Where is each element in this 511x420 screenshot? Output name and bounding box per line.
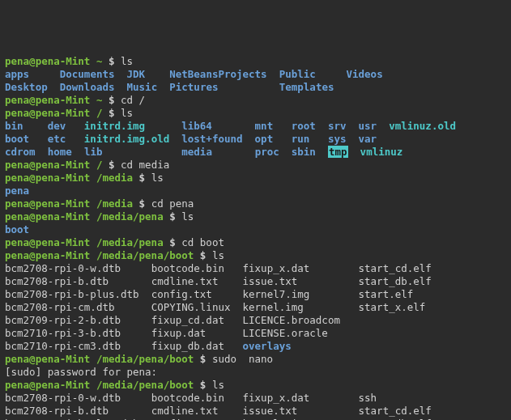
ls-entry: sbin: [292, 146, 316, 158]
terminal-line: pena@pena-Mint /media/pena/boot $ sudo n…: [5, 353, 506, 366]
ls-entry: bcm2708-rpi-cm.dtb: [5, 301, 114, 313]
ls-entry: opt: [255, 133, 274, 145]
ls-entry: cmdline.txt: [151, 405, 219, 417]
ls-entry: proc: [255, 146, 279, 158]
terminal-line: pena@pena-Mint / $ ls: [5, 107, 506, 120]
terminal-line: [sudo] password for pena:: [5, 366, 506, 379]
ls-entry: pena: [5, 185, 29, 197]
ls-entry: bcm2708-rpi-b.dtb: [5, 275, 109, 287]
command-input[interactable]: ls: [181, 210, 194, 223]
ls-entry: bcm2709-rpi-2-b.dtb: [5, 314, 121, 326]
ls-entry: lost+found: [181, 133, 242, 145]
prompt-path: /media/pena/boot: [96, 249, 194, 261]
ls-entry: dev: [48, 120, 66, 132]
terminal-line: cdrom home lib media proc sbin tmp vmlin…: [5, 146, 506, 159]
ls-entry: bin: [5, 120, 23, 132]
output-text: [sudo] password for pena:: [5, 366, 164, 378]
ls-entry: lib: [84, 146, 103, 158]
terminal-line: pena@pena-Mint /media $ ls: [5, 172, 506, 185]
command-input[interactable]: sudo nano: [212, 353, 273, 365]
ls-entry: Desktop: [5, 81, 48, 93]
command-input[interactable]: ls: [121, 55, 133, 67]
terminal-line: boot: [5, 223, 506, 236]
ls-entry: bcm2708-rpi-0-w.dtb: [5, 262, 121, 274]
prompt-user: pena@pena-Mint: [5, 197, 90, 210]
ls-entry: start.elf: [359, 288, 414, 300]
prompt-path: /media/pena: [96, 236, 164, 248]
ls-entry: etc: [48, 133, 66, 145]
terminal-output: pena@pena-Mint ~ $ lsapps Documents JDK …: [5, 55, 506, 420]
terminal-line: bcm2708-rpi-0-w.dtb bootcode.bin fixup_x…: [5, 392, 506, 405]
prompt-path: /media: [96, 172, 133, 184]
ls-entry: start_cd.elf: [359, 262, 432, 274]
terminal[interactable]: { "user": "pena", "host": "pena-Mint", "…: [0, 0, 511, 420]
ls-entry: Videos: [347, 68, 383, 80]
prompt-user: pena@pena-Mint: [5, 379, 90, 391]
ls-entry: kernel7.img: [243, 288, 310, 300]
ls-entry: tmp: [328, 146, 348, 158]
prompt-user: pena@pena-Mint: [5, 159, 90, 171]
ls-entry: apps: [5, 68, 29, 80]
ls-entry: Public: [279, 68, 316, 80]
ls-entry: Downloads: [60, 81, 115, 93]
terminal-line: bin dev initrd.img lib64 mnt root srv us…: [5, 120, 506, 133]
ls-entry: Music: [127, 81, 158, 93]
ls-entry: issue.txt: [243, 275, 298, 287]
ls-entry: bootcode.bin: [151, 262, 224, 274]
ls-entry: NetBeansProjects: [169, 68, 266, 80]
terminal-line: pena@pena-Mint /media $ cd pena: [5, 197, 506, 210]
terminal-line: apps Documents JDK NetBeansProjects Publ…: [5, 68, 506, 81]
ls-entry: bcm2710-rpi-cm3.dtb: [5, 340, 121, 352]
command-input[interactable]: cd boot: [181, 236, 224, 248]
terminal-line: bcm2710-rpi-3-b.dtb fixup.dat LICENSE.or…: [5, 327, 506, 340]
ls-entry: bcm2708-rpi-b-plus.dtb: [5, 288, 139, 300]
ls-entry: cmdline.txt: [151, 275, 219, 287]
ls-entry: sys: [328, 133, 347, 145]
ls-entry: bcm2708-rpi-0-w.dtb: [5, 392, 121, 404]
command-input[interactable]: ls: [151, 172, 164, 184]
command-input[interactable]: cd media: [121, 159, 169, 171]
terminal-line: pena@pena-Mint /media/pena/boot $ ls: [5, 249, 506, 262]
terminal-line: bcm2708-rpi-b.dtb cmdline.txt issue.txt …: [5, 275, 506, 288]
ls-entry: start_db.elf: [359, 275, 432, 287]
command-input[interactable]: cd /: [121, 94, 145, 106]
command-input[interactable]: ls: [212, 249, 224, 261]
terminal-line: bcm2708-rpi-cm.dtb COPYING.linux kernel.…: [5, 301, 506, 314]
ls-entry: cdrom: [5, 146, 36, 158]
ls-entry: boot: [5, 223, 29, 235]
ls-entry: fixup_x.dat: [243, 262, 310, 274]
ls-entry: mnt: [255, 120, 274, 132]
ls-entry: fixup_x.dat: [243, 392, 310, 404]
command-input[interactable]: cd pena: [151, 197, 194, 210]
prompt-user: pena@pena-Mint: [5, 249, 90, 261]
terminal-line: pena@pena-Mint /media/pena $ ls: [5, 210, 506, 223]
ls-entry: start_cd.elf: [359, 405, 432, 417]
ls-entry: var: [359, 133, 377, 145]
ls-entry: fixup_cd.dat: [151, 314, 224, 326]
ls-entry: LICENSE.oracle: [243, 327, 328, 339]
prompt-path: /media/pena/boot: [96, 353, 194, 365]
ls-entry: bcm2710-rpi-3-b.dtb: [5, 327, 121, 339]
ls-entry: issue.txt: [243, 405, 298, 417]
terminal-line: bcm2709-rpi-2-b.dtb fixup_cd.dat LICENCE…: [5, 314, 506, 327]
ls-entry: Templates: [279, 81, 334, 93]
command-input[interactable]: ls: [212, 379, 224, 391]
terminal-line: pena@pena-Mint ~ $ ls: [5, 55, 506, 68]
ls-entry: initrd.img: [84, 120, 145, 132]
ls-entry: start_x.elf: [359, 301, 426, 313]
prompt-user: pena@pena-Mint: [5, 236, 90, 248]
prompt-user: pena@pena-Mint: [5, 107, 90, 119]
terminal-line: bcm2710-rpi-cm3.dtb fixup_db.dat overlay…: [5, 340, 506, 353]
ls-entry: fixup.dat: [151, 327, 207, 339]
ls-entry: fixup_db.dat: [151, 340, 224, 352]
prompt-user: pena@pena-Mint: [5, 353, 90, 365]
ls-entry: usr: [359, 120, 377, 132]
ls-entry: ssh: [359, 392, 377, 404]
command-input[interactable]: ls: [121, 107, 133, 119]
terminal-line: pena@pena-Mint /media/pena/boot $ ls: [5, 379, 506, 392]
ls-entry: overlays: [243, 340, 292, 352]
ls-entry: kernel.img: [243, 301, 304, 313]
terminal-line: boot etc initrd.img.old lost+found opt r…: [5, 133, 506, 146]
ls-entry: home: [48, 146, 72, 158]
terminal-line: pena@pena-Mint /media/pena $ cd boot: [5, 236, 506, 249]
